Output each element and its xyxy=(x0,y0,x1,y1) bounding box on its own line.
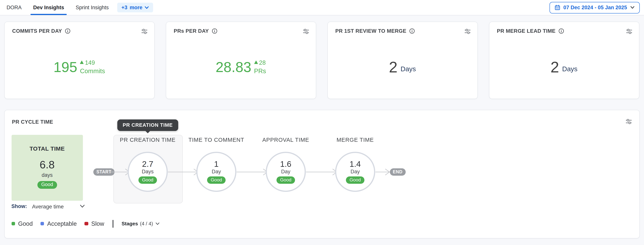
metric-value: 28.83 xyxy=(216,60,251,74)
metric-value: 195 xyxy=(54,60,77,74)
metric-merge-lead-time: 2 Days xyxy=(550,59,578,74)
tab-dora[interactable]: DORA xyxy=(6,0,22,15)
flow-connectors xyxy=(4,110,640,239)
metric-delta: 28 xyxy=(259,60,266,66)
chevron-down-icon xyxy=(630,6,635,9)
metric-prs: 28.83 28 PRs xyxy=(216,60,266,74)
stage-node-time-to-comment[interactable]: 1 Day Good xyxy=(196,152,236,192)
metric-unit: PRs xyxy=(254,68,266,74)
pr-cycle-time-panel: PR CYCLE TIME PR CREATION TIME TOTAL TIM… xyxy=(4,110,640,238)
metric-delta: 149 xyxy=(85,60,95,66)
tab-dev-insights[interactable]: Dev Insights xyxy=(33,0,64,15)
metric-value: 2 xyxy=(550,59,559,74)
stage-node-merge-time[interactable]: 1.4 Day Good xyxy=(335,152,375,192)
card-prs-per-day: PRs PER DAY 28.83 28 PRs xyxy=(166,21,316,99)
metric-value: 2 xyxy=(389,59,398,74)
stage-unit: Day xyxy=(350,169,360,174)
metric-unit: Commits xyxy=(80,68,105,74)
stage-value: 2.7 xyxy=(142,160,153,168)
card-pr-merge-lead-time: PR MERGE LEAD TIME 2 Days xyxy=(489,21,639,99)
dev-insights-dashboard: DORA Dev Insights Sprint Insights +3 mor… xyxy=(0,0,644,245)
stage-value: 1.4 xyxy=(350,160,361,168)
stage-tooltip: PR CREATION TIME xyxy=(117,119,178,131)
more-tabs-label: more xyxy=(130,5,142,10)
metric-unit: Days xyxy=(400,66,416,73)
metric-unit: Days xyxy=(562,66,578,73)
status-badge: Good xyxy=(139,177,157,184)
stage-unit: Day xyxy=(212,169,221,174)
stage-unit: Days xyxy=(142,169,154,174)
more-tabs-button[interactable]: +3 more xyxy=(117,3,153,12)
top-nav: DORA Dev Insights Sprint Insights +3 mor… xyxy=(0,0,644,15)
more-tabs-count: +3 xyxy=(122,5,128,10)
metric-cards-row: COMMITS PER DAY 195 149 Commits xyxy=(4,21,640,99)
stage-value: 1.6 xyxy=(280,160,291,168)
card-commits-per-day: COMMITS PER DAY 195 149 Commits xyxy=(4,21,154,99)
triangle-up-icon xyxy=(80,61,84,64)
tab-sprint-insights[interactable]: Sprint Insights xyxy=(76,0,109,15)
stage-node-pr-creation-time[interactable]: 2.7 Days Good xyxy=(128,152,168,192)
card-pr-first-review-to-merge: PR 1ST REVIEW TO MERGE 2 Days xyxy=(327,21,478,99)
triangle-up-icon xyxy=(254,61,258,64)
date-range-label: 07 Dec 2024 - 05 Jan 2025 xyxy=(564,5,627,10)
status-badge: Good xyxy=(207,177,226,184)
stage-unit: Day xyxy=(281,169,290,174)
calendar-icon xyxy=(554,5,560,10)
metric-review-to-merge: 2 Days xyxy=(389,59,416,74)
stage-node-approval-time[interactable]: 1.6 Day Good xyxy=(266,152,306,192)
status-badge: Good xyxy=(346,177,364,184)
metric-commits: 195 149 Commits xyxy=(54,60,105,74)
chevron-down-icon xyxy=(145,6,149,9)
stage-value: 1 xyxy=(214,160,218,168)
status-badge: Good xyxy=(277,177,295,184)
date-range-picker[interactable]: 07 Dec 2024 - 05 Jan 2025 xyxy=(550,2,640,13)
